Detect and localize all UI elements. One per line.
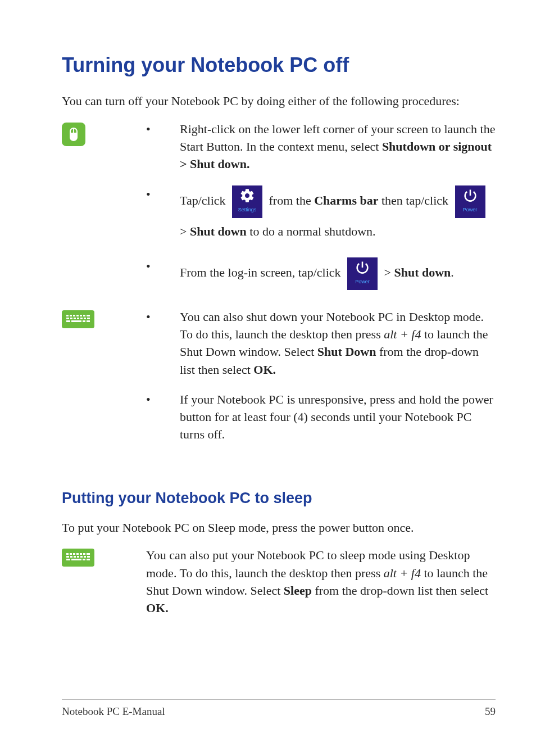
keyboard-icon-column	[62, 308, 140, 328]
keyboard-bullet-list: • You can also shut down your Notebook P…	[140, 308, 496, 443]
svg-rect-23	[80, 553, 82, 555]
svg-rect-15	[66, 320, 70, 322]
svg-rect-16	[71, 320, 81, 322]
svg-rect-18	[87, 320, 90, 322]
svg-rect-25	[87, 553, 90, 555]
svg-rect-7	[87, 315, 90, 316]
svg-rect-33	[66, 559, 70, 560]
svg-rect-35	[83, 559, 85, 560]
svg-rect-20	[70, 553, 72, 555]
svg-rect-36	[87, 559, 90, 560]
power-tile-icon: Power	[347, 257, 378, 290]
mouse-instructions-row: • Right-click on the lower left corner o…	[62, 120, 496, 302]
page-heading: Turning your Notebook PC off	[62, 53, 496, 77]
svg-rect-13	[84, 318, 86, 319]
svg-rect-3	[73, 315, 75, 316]
page-footer: Notebook PC E-Manual 59	[62, 699, 496, 718]
svg-rect-22	[76, 553, 79, 555]
sleep-keyboard-text: You can also put your Notebook PC to sle…	[146, 546, 496, 617]
keyboard-icon	[62, 549, 94, 567]
list-item: • Tap/click Settings from the Charms bar…	[140, 185, 496, 245]
keyboard-icon-column	[62, 546, 146, 567]
svg-rect-12	[80, 318, 83, 319]
mouse-icon-column	[62, 120, 140, 146]
svg-rect-32	[87, 556, 90, 558]
svg-rect-1	[66, 315, 69, 316]
svg-rect-11	[77, 318, 79, 319]
svg-rect-26	[66, 556, 69, 558]
svg-rect-5	[80, 315, 82, 316]
svg-rect-27	[70, 556, 72, 558]
svg-rect-14	[87, 318, 90, 319]
svg-rect-6	[83, 315, 85, 316]
svg-rect-19	[66, 553, 69, 555]
svg-rect-31	[84, 556, 86, 558]
svg-rect-10	[74, 318, 76, 319]
mouse-bullet-list: • Right-click on the lower left corner o…	[140, 120, 496, 290]
svg-rect-4	[76, 315, 79, 316]
settings-tile-icon: Settings	[232, 185, 262, 218]
list-item: • From the log-in screen, tap/click Powe…	[140, 257, 496, 290]
page-number: 59	[485, 705, 496, 718]
svg-rect-17	[83, 320, 85, 322]
svg-rect-29	[77, 556, 79, 558]
svg-rect-24	[83, 553, 85, 555]
mouse-icon	[62, 123, 85, 146]
svg-rect-2	[70, 315, 72, 316]
list-item: • Right-click on the lower left corner o…	[140, 120, 496, 173]
power-tile-icon: Power	[455, 185, 485, 218]
svg-rect-21	[73, 553, 75, 555]
sleep-keyboard-row: You can also put your Notebook PC to sle…	[62, 546, 496, 617]
svg-rect-30	[80, 556, 83, 558]
svg-rect-34	[71, 559, 81, 560]
keyboard-icon	[62, 310, 94, 328]
svg-rect-28	[74, 556, 76, 558]
list-item: • If your Notebook PC is unresponsive, p…	[140, 391, 496, 443]
sleep-heading: Putting your Notebook PC to sleep	[62, 490, 496, 507]
sleep-intro: To put your Notebook PC on Sleep mode, p…	[62, 519, 496, 537]
intro-paragraph: You can turn off your Notebook PC by doi…	[62, 93, 496, 110]
footer-title: Notebook PC E-Manual	[62, 705, 165, 718]
svg-rect-8	[66, 318, 69, 319]
list-item: • You can also shut down your Notebook P…	[140, 308, 496, 378]
svg-rect-9	[70, 318, 72, 319]
keyboard-instructions-row: • You can also shut down your Notebook P…	[62, 308, 496, 456]
